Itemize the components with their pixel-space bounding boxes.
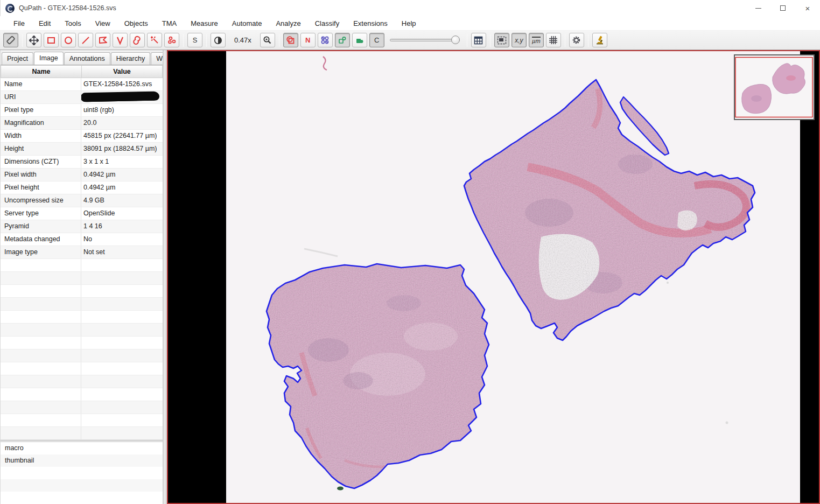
maximize-button[interactable] — [770, 0, 795, 16]
polygon-icon — [99, 36, 108, 44]
image-metadata-table: Name Value NameGTEX-12584-1526.svsURIPix… — [1, 65, 163, 440]
table-row[interactable]: Image typeNot set — [1, 246, 163, 259]
wand-tool-button[interactable] — [147, 33, 162, 47]
table-row[interactable]: Pixel width0.4942 µm — [1, 169, 163, 181]
tab-hierarchy[interactable]: Hierarchy — [111, 52, 151, 65]
rectangle-tool-button[interactable] — [44, 33, 59, 47]
table-row[interactable]: Pixel typeuint8 (rgb) — [1, 104, 163, 117]
associated-list-empty-row — [1, 479, 163, 492]
ellipse-tool-button[interactable] — [61, 33, 76, 47]
scalebar-icon: µm — [532, 37, 541, 44]
selection-mode-button[interactable]: S — [187, 33, 202, 47]
show-cursor-location-button[interactable]: x,y — [511, 33, 527, 47]
slider-handle[interactable] — [451, 36, 460, 44]
table-row[interactable]: Pixel height0.4942 µm — [1, 181, 163, 194]
menu-item-help[interactable]: Help — [395, 17, 423, 30]
show-scalebar-button[interactable]: µm — [529, 33, 544, 47]
minimize-button[interactable] — [746, 0, 770, 16]
menu-item-extensions[interactable]: Extensions — [346, 17, 395, 30]
line-tool-button[interactable] — [78, 33, 93, 47]
points-icon — [167, 36, 177, 45]
contrast-icon — [214, 36, 222, 45]
zoom-to-fit-button[interactable] — [260, 33, 275, 47]
table-row[interactable]: Magnification20.0 — [1, 117, 163, 130]
table-row[interactable]: Pyramid1 4 16 — [1, 220, 163, 233]
slider-track — [390, 39, 460, 41]
menu-item-edit[interactable]: Edit — [32, 17, 58, 30]
row-value — [81, 311, 163, 323]
menu-item-file[interactable]: File — [6, 17, 32, 30]
row-value — [81, 272, 163, 284]
row-value: OpenSlide — [81, 207, 163, 220]
points-tool-button[interactable] — [164, 33, 179, 47]
slide-overview-thumbnail[interactable] — [734, 54, 815, 120]
row-value — [81, 375, 163, 388]
show-tma-grid-button[interactable] — [318, 33, 333, 47]
associated-list-empty-row — [1, 467, 163, 479]
table-row[interactable]: Metadata changedNo — [1, 233, 163, 246]
table-row[interactable]: Server typeOpenSlide — [1, 207, 163, 220]
associated-list-empty-row — [1, 492, 163, 504]
row-name — [1, 427, 81, 439]
row-value — [81, 362, 163, 375]
associated-image-macro[interactable]: macro — [1, 442, 163, 454]
table-row-empty — [1, 298, 163, 311]
show-grid-button[interactable] — [546, 33, 561, 47]
row-name: Image type — [1, 246, 81, 258]
row-name: Width — [1, 130, 81, 142]
row-name — [1, 362, 81, 375]
table-row[interactable]: Uncompressed size4.9 GB — [1, 194, 163, 207]
menu-item-analyze[interactable]: Analyze — [269, 17, 307, 30]
slide-viewer[interactable] — [167, 50, 820, 504]
menu-item-tools[interactable]: Tools — [58, 17, 88, 30]
table-row-empty — [1, 337, 163, 349]
table-row[interactable]: Height38091 px (18824.57 µm) — [1, 143, 163, 156]
row-value: 45815 px (22641.77 µm) — [81, 130, 163, 142]
show-classification-button[interactable]: C — [369, 33, 384, 47]
show-names-button[interactable]: N — [300, 33, 316, 47]
slide-smudge — [304, 249, 338, 256]
polygon-tool-button[interactable] — [95, 33, 110, 47]
selection-tool-button[interactable] — [3, 33, 18, 47]
fill-detections-button[interactable] — [352, 33, 367, 47]
associated-image-thumbnail[interactable]: thumbnail — [1, 454, 163, 467]
row-value: 0.4942 µm — [81, 181, 163, 194]
show-annotations-button[interactable] — [283, 33, 298, 47]
table-row[interactable]: Width45815 px (22641.77 µm) — [1, 130, 163, 143]
table-row[interactable]: URI — [1, 91, 163, 104]
slide-image[interactable] — [226, 51, 800, 503]
line-icon — [81, 36, 90, 45]
log-viewer-button[interactable] — [592, 33, 607, 47]
show-overview-button[interactable] — [494, 33, 509, 47]
brush-tool-button[interactable] — [130, 33, 145, 47]
table-row-empty — [1, 362, 163, 375]
show-names-icon: N — [305, 36, 310, 44]
gear-icon — [572, 36, 581, 45]
column-header-value[interactable]: Value — [82, 65, 163, 78]
row-value — [81, 427, 163, 439]
menu-item-classify[interactable]: Classify — [308, 17, 347, 30]
opacity-slider[interactable] — [390, 33, 460, 47]
menu-item-automate[interactable]: Automate — [225, 17, 269, 30]
menu-item-objects[interactable]: Objects — [117, 17, 155, 30]
table-row-empty — [1, 259, 163, 272]
panel-viewer-splitter[interactable] — [163, 50, 167, 504]
move-tool-button[interactable] — [26, 33, 41, 47]
associated-images-list: macrothumbnail — [1, 442, 163, 504]
tab-image[interactable]: Image — [34, 52, 64, 65]
measurement-table-button[interactable] — [471, 33, 486, 47]
preferences-button[interactable] — [569, 33, 584, 47]
menu-item-view[interactable]: View — [88, 17, 117, 30]
minimize-icon — [755, 8, 761, 9]
menu-item-tma[interactable]: TMA — [155, 17, 184, 30]
show-detections-button[interactable] — [335, 33, 350, 47]
column-header-name[interactable]: Name — [1, 65, 82, 78]
table-row[interactable]: Dimensions (CZT)3 x 1 x 1 — [1, 156, 163, 169]
menu-item-measure[interactable]: Measure — [184, 17, 225, 30]
table-row[interactable]: NameGTEX-12584-1526.svs — [1, 78, 163, 91]
polyline-tool-button[interactable] — [113, 33, 128, 47]
tab-annotations[interactable]: Annotations — [64, 52, 110, 65]
brightness-contrast-button[interactable] — [211, 33, 226, 47]
close-button[interactable]: × — [795, 0, 820, 16]
tab-project[interactable]: Project — [2, 52, 33, 65]
